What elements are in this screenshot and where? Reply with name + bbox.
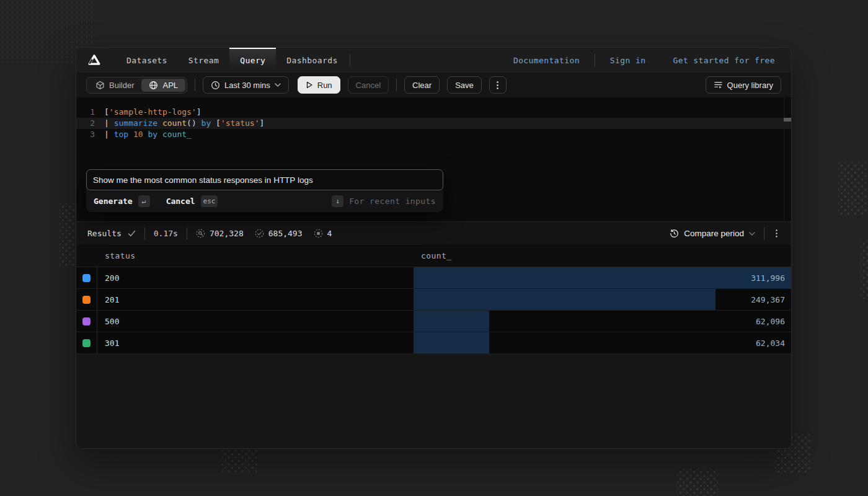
status-cell: 301	[97, 339, 414, 348]
code-line-3[interactable]: 3| top 10 by count_	[76, 129, 791, 140]
count-cell: 311,996	[414, 267, 791, 288]
count-bar	[414, 311, 489, 332]
history-icon	[670, 229, 679, 238]
ai-prompt-input[interactable]	[86, 169, 443, 190]
apl-editor[interactable]: 1['sample-http-logs']2| summarize count(…	[76, 97, 791, 221]
save-button[interactable]: Save	[447, 76, 482, 94]
blocks-stat: 4	[314, 229, 332, 238]
recent-inputs-hint: ↓ For recent inputs	[332, 195, 436, 207]
series-swatch-cell	[76, 332, 97, 353]
clear-label: Clear	[412, 81, 432, 90]
count-value: 62,096	[756, 317, 785, 326]
apl-mode-label: APL	[162, 81, 178, 90]
editor-scrollbar[interactable]	[784, 97, 791, 221]
nav-tab-query[interactable]: Query	[229, 48, 276, 73]
axiom-logo-icon	[87, 53, 101, 67]
prompt-cancel-button[interactable]: Cancel esc	[166, 195, 218, 207]
table-body: 200311,996201249,36750062,09630162,034	[76, 267, 791, 354]
time-range-button[interactable]: Last 30 mins	[203, 76, 289, 94]
blocks-value: 4	[327, 229, 332, 238]
nav-tabs: DatasetsStreamQueryDashboards	[116, 48, 348, 73]
clear-button[interactable]: Clear	[404, 76, 440, 94]
series-color-swatch	[82, 339, 91, 347]
results-menu-button[interactable]	[773, 229, 780, 237]
table-header: status count_	[76, 245, 791, 267]
cube-icon	[95, 81, 105, 90]
cancel-label: Cancel	[356, 81, 381, 90]
series-swatch-cell	[76, 289, 97, 310]
rows-scanned-stat: 702,328	[196, 229, 244, 238]
run-button[interactable]: Run	[298, 76, 340, 94]
code-line-1[interactable]: 1['sample-http-logs']	[76, 107, 791, 118]
results-divider	[764, 228, 764, 240]
top-nav: DatasetsStreamQueryDashboards Documentat…	[76, 48, 791, 73]
count-value: 311,996	[751, 273, 785, 283]
table-row-status-500[interactable]: 50062,096	[76, 311, 791, 332]
nav-tab-stream[interactable]: Stream	[178, 48, 229, 73]
table-row-status-301[interactable]: 30162,034	[76, 332, 791, 354]
toolbar-divider	[396, 79, 397, 91]
count-column-header[interactable]: count_	[414, 245, 791, 267]
nav-tab-datasets[interactable]: Datasets	[116, 48, 178, 73]
query-duration: 0.17s	[154, 229, 178, 238]
kebab-icon	[497, 81, 498, 89]
rows-matched-stat: 685,493	[255, 229, 303, 238]
series-swatch-cell	[76, 311, 97, 332]
query-toolbar: Builder APL Last 30 mins Run C	[76, 73, 791, 97]
status-cell: 200	[97, 273, 414, 283]
generate-button[interactable]: Generate ↵	[94, 195, 150, 207]
nav-link-sign-in[interactable]: Sign in	[596, 56, 660, 65]
count-bar	[414, 332, 489, 353]
play-icon	[306, 81, 313, 89]
app-window: DatasetsStreamQueryDashboards Documentat…	[76, 47, 792, 449]
ai-prompt-footer: Generate ↵ Cancel esc ↓ For recent input…	[86, 190, 443, 212]
nav-link-get-started-for-free[interactable]: Get started for free	[659, 56, 789, 65]
blocks-icon	[314, 229, 323, 238]
line-number: 1	[85, 107, 95, 118]
mode-switcher: Builder APL	[86, 77, 187, 94]
results-toggle[interactable]: Results	[87, 229, 136, 238]
nav-tab-dashboards[interactable]: Dashboards	[276, 48, 348, 73]
status-column-header[interactable]: status	[97, 251, 414, 260]
time-range-label: Last 30 mins	[224, 81, 270, 90]
query-library-icon	[714, 81, 723, 89]
results-bar: Results 0.17s 702,328 685,493	[76, 221, 791, 245]
chevron-down-icon	[275, 83, 281, 87]
series-color-swatch	[82, 274, 91, 282]
table-row-status-200[interactable]: 200311,996	[76, 267, 791, 289]
count-value: 249,367	[751, 295, 785, 304]
run-label: Run	[317, 81, 332, 90]
check-icon	[128, 230, 136, 237]
builder-mode-label: Builder	[109, 81, 134, 90]
code-text: | top 10 by count_	[104, 129, 192, 140]
nav-divider	[350, 54, 350, 66]
nav-link-documentation[interactable]: Documentation	[500, 56, 593, 65]
cancel-button[interactable]: Cancel	[348, 76, 389, 94]
status-cell: 201	[97, 295, 414, 304]
generate-label: Generate	[94, 196, 133, 207]
query-library-button[interactable]: Query library	[706, 76, 781, 94]
kebab-icon	[776, 229, 777, 237]
count-value: 62,034	[756, 339, 785, 348]
count-cell: 62,096	[414, 311, 791, 332]
builder-mode-button[interactable]: Builder	[88, 79, 141, 92]
series-color-swatch	[82, 317, 91, 326]
count-cell: 62,034	[414, 332, 791, 353]
compare-period-label: Compare period	[684, 229, 744, 238]
compare-period-button[interactable]: Compare period	[670, 229, 755, 238]
query-library-label: Query library	[727, 81, 773, 90]
rows-scanned-icon	[196, 229, 205, 238]
count-bar	[414, 267, 791, 288]
more-options-button[interactable]	[489, 76, 507, 94]
axiom-logo[interactable]	[87, 48, 101, 73]
code-line-2[interactable]: 2| summarize count() by ['status']	[76, 118, 791, 129]
nav-links: DocumentationSign inGet started for free	[500, 48, 791, 73]
table-row-status-201[interactable]: 201249,367	[76, 289, 791, 311]
apl-mode-button[interactable]: APL	[141, 79, 185, 92]
results-divider	[144, 228, 145, 240]
count-cell: 249,367	[414, 289, 791, 310]
globe-icon	[149, 81, 158, 90]
swatch-column-header	[76, 245, 97, 267]
dot-pattern	[861, 241, 868, 299]
count-bar	[414, 289, 715, 310]
